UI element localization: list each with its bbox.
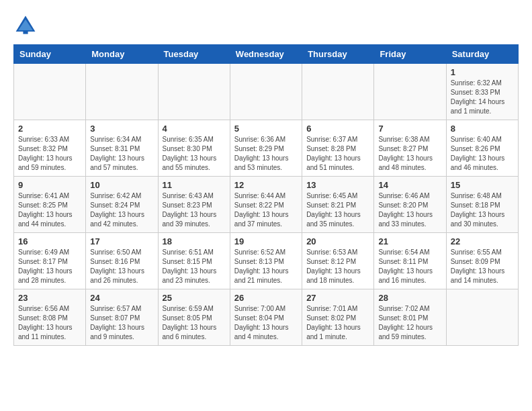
calendar-cell	[302, 64, 374, 120]
col-thursday: Thursday	[302, 45, 374, 64]
day-info: Sunrise: 6:46 AMSunset: 8:20 PMDaylight:…	[378, 191, 441, 229]
day-number: 6	[306, 124, 369, 134]
col-sunday: Sunday	[14, 45, 86, 64]
day-number: 5	[234, 124, 298, 134]
day-number: 13	[306, 180, 369, 190]
day-number: 4	[163, 124, 226, 134]
day-number: 18	[163, 236, 226, 246]
day-info: Sunrise: 6:32 AMSunset: 8:33 PMDaylight:…	[451, 79, 514, 116]
day-number: 20	[306, 236, 369, 246]
day-info: Sunrise: 6:59 AMSunset: 8:05 PMDaylight:…	[163, 304, 226, 342]
col-monday: Monday	[86, 45, 158, 64]
calendar-cell: 6Sunrise: 6:37 AMSunset: 8:28 PMDaylight…	[302, 120, 374, 177]
day-info: Sunrise: 6:54 AMSunset: 8:11 PMDaylight:…	[378, 248, 441, 285]
day-info: Sunrise: 7:02 AMSunset: 8:01 PMDaylight:…	[378, 304, 441, 342]
day-info: Sunrise: 6:52 AMSunset: 8:13 PMDaylight:…	[234, 248, 298, 285]
logo	[13, 13, 40, 38]
day-info: Sunrise: 6:49 AMSunset: 8:17 PMDaylight:…	[18, 248, 81, 285]
day-info: Sunrise: 6:51 AMSunset: 8:15 PMDaylight:…	[163, 248, 226, 285]
week-row-4: 16Sunrise: 6:49 AMSunset: 8:17 PMDayligh…	[14, 233, 519, 289]
calendar-cell: 12Sunrise: 6:44 AMSunset: 8:22 PMDayligh…	[230, 177, 302, 233]
calendar-cell: 18Sunrise: 6:51 AMSunset: 8:15 PMDayligh…	[158, 233, 230, 289]
calendar-cell: 15Sunrise: 6:48 AMSunset: 8:18 PMDayligh…	[446, 177, 518, 233]
calendar-header: Sunday Monday Tuesday Wednesday Thursday…	[14, 45, 519, 64]
week-row-2: 2Sunrise: 6:33 AMSunset: 8:32 PMDaylight…	[14, 120, 519, 177]
calendar-cell: 3Sunrise: 6:34 AMSunset: 8:31 PMDaylight…	[86, 120, 158, 177]
calendar-cell: 4Sunrise: 6:35 AMSunset: 8:30 PMDaylight…	[158, 120, 230, 177]
day-info: Sunrise: 6:48 AMSunset: 8:18 PMDaylight:…	[451, 191, 514, 229]
day-number: 12	[234, 180, 298, 190]
day-number: 14	[378, 180, 441, 190]
calendar-cell: 19Sunrise: 6:52 AMSunset: 8:13 PMDayligh…	[230, 233, 302, 289]
day-info: Sunrise: 6:56 AMSunset: 8:08 PMDaylight:…	[18, 304, 81, 342]
page-header	[13, 13, 519, 38]
day-info: Sunrise: 6:40 AMSunset: 8:26 PMDaylight:…	[451, 135, 514, 173]
day-number: 10	[90, 180, 153, 190]
day-number: 26	[234, 293, 298, 303]
day-number: 24	[90, 293, 153, 303]
calendar-cell: 14Sunrise: 6:46 AMSunset: 8:20 PMDayligh…	[374, 177, 446, 233]
calendar-cell: 1Sunrise: 6:32 AMSunset: 8:33 PMDaylight…	[446, 64, 518, 120]
calendar-cell: 28Sunrise: 7:02 AMSunset: 8:01 PMDayligh…	[374, 289, 446, 346]
calendar-cell: 25Sunrise: 6:59 AMSunset: 8:05 PMDayligh…	[158, 289, 230, 346]
calendar-cell: 21Sunrise: 6:54 AMSunset: 8:11 PMDayligh…	[374, 233, 446, 289]
day-info: Sunrise: 6:57 AMSunset: 8:07 PMDaylight:…	[90, 304, 153, 342]
day-info: Sunrise: 7:00 AMSunset: 8:04 PMDaylight:…	[234, 304, 298, 342]
week-row-5: 23Sunrise: 6:56 AMSunset: 8:08 PMDayligh…	[14, 289, 519, 346]
logo-icon	[13, 13, 38, 38]
col-wednesday: Wednesday	[230, 45, 302, 64]
calendar-cell: 8Sunrise: 6:40 AMSunset: 8:26 PMDaylight…	[446, 120, 518, 177]
day-number: 11	[163, 180, 226, 190]
day-number: 23	[18, 293, 81, 303]
day-info: Sunrise: 6:34 AMSunset: 8:31 PMDaylight:…	[90, 135, 153, 173]
day-number: 22	[451, 236, 514, 246]
day-number: 25	[163, 293, 226, 303]
calendar-cell: 17Sunrise: 6:50 AMSunset: 8:16 PMDayligh…	[86, 233, 158, 289]
day-number: 9	[18, 180, 81, 190]
day-number: 2	[18, 124, 81, 134]
day-number: 28	[378, 293, 441, 303]
col-saturday: Saturday	[446, 45, 518, 64]
day-number: 16	[18, 236, 81, 246]
calendar-cell: 7Sunrise: 6:38 AMSunset: 8:27 PMDaylight…	[374, 120, 446, 177]
day-number: 27	[306, 293, 369, 303]
day-info: Sunrise: 6:50 AMSunset: 8:16 PMDaylight:…	[90, 248, 153, 285]
calendar-cell	[374, 64, 446, 120]
calendar-cell: 27Sunrise: 7:01 AMSunset: 8:02 PMDayligh…	[302, 289, 374, 346]
col-tuesday: Tuesday	[158, 45, 230, 64]
day-info: Sunrise: 6:44 AMSunset: 8:22 PMDaylight:…	[234, 191, 298, 229]
calendar-cell: 10Sunrise: 6:42 AMSunset: 8:24 PMDayligh…	[86, 177, 158, 233]
day-info: Sunrise: 6:42 AMSunset: 8:24 PMDaylight:…	[90, 191, 153, 229]
calendar-cell: 11Sunrise: 6:43 AMSunset: 8:23 PMDayligh…	[158, 177, 230, 233]
calendar-cell: 26Sunrise: 7:00 AMSunset: 8:04 PMDayligh…	[230, 289, 302, 346]
calendar-cell	[446, 289, 518, 346]
svg-rect-2	[23, 30, 28, 34]
day-info: Sunrise: 6:33 AMSunset: 8:32 PMDaylight:…	[18, 135, 81, 173]
calendar-cell	[230, 64, 302, 120]
day-info: Sunrise: 6:35 AMSunset: 8:30 PMDaylight:…	[163, 135, 226, 173]
day-number: 15	[451, 180, 514, 190]
calendar-cell: 16Sunrise: 6:49 AMSunset: 8:17 PMDayligh…	[14, 233, 86, 289]
calendar-table: Sunday Monday Tuesday Wednesday Thursday…	[13, 44, 519, 346]
day-info: Sunrise: 7:01 AMSunset: 8:02 PMDaylight:…	[306, 304, 369, 342]
calendar-cell	[14, 64, 86, 120]
calendar-cell: 23Sunrise: 6:56 AMSunset: 8:08 PMDayligh…	[14, 289, 86, 346]
day-number: 8	[451, 124, 514, 134]
day-info: Sunrise: 6:37 AMSunset: 8:28 PMDaylight:…	[306, 135, 369, 173]
calendar-cell	[86, 64, 158, 120]
week-row-3: 9Sunrise: 6:41 AMSunset: 8:25 PMDaylight…	[14, 177, 519, 233]
calendar-cell: 5Sunrise: 6:36 AMSunset: 8:29 PMDaylight…	[230, 120, 302, 177]
calendar-cell	[158, 64, 230, 120]
calendar-cell: 20Sunrise: 6:53 AMSunset: 8:12 PMDayligh…	[302, 233, 374, 289]
week-row-1: 1Sunrise: 6:32 AMSunset: 8:33 PMDaylight…	[14, 64, 519, 120]
day-info: Sunrise: 6:38 AMSunset: 8:27 PMDaylight:…	[378, 135, 441, 173]
day-number: 1	[451, 67, 514, 77]
day-info: Sunrise: 6:36 AMSunset: 8:29 PMDaylight:…	[234, 135, 298, 173]
day-number: 17	[90, 236, 153, 246]
day-info: Sunrise: 6:53 AMSunset: 8:12 PMDaylight:…	[306, 248, 369, 285]
calendar-cell: 22Sunrise: 6:55 AMSunset: 8:09 PMDayligh…	[446, 233, 518, 289]
day-number: 3	[90, 124, 153, 134]
calendar-cell: 13Sunrise: 6:45 AMSunset: 8:21 PMDayligh…	[302, 177, 374, 233]
col-friday: Friday	[374, 45, 446, 64]
day-number: 19	[234, 236, 298, 246]
